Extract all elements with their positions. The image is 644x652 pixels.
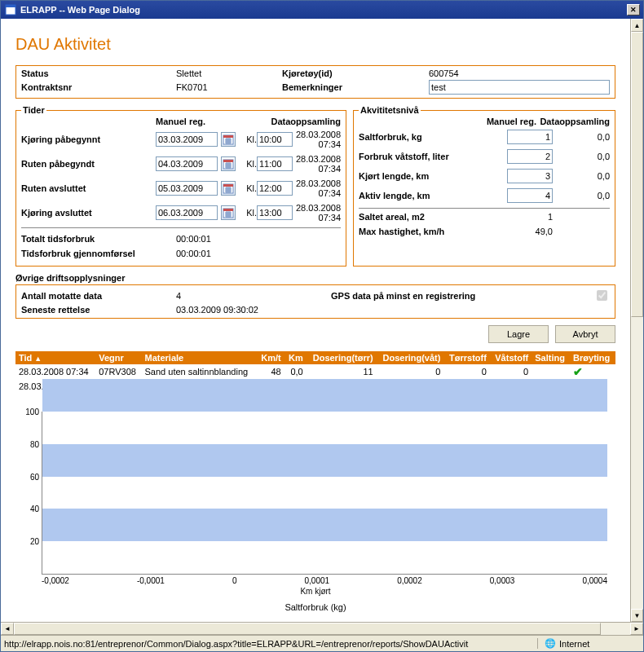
cell-kmt: 48 <box>257 364 285 379</box>
total-time-label: Totalt tidsforbruk <box>21 234 176 244</box>
cancel-button[interactable]: Avbryt <box>555 325 615 343</box>
gps-checkbox <box>597 290 607 301</box>
titlebar: ELRAPP -- Web Page Dialog ✕ <box>1 1 643 19</box>
chart-xtick: 0,0003 <box>490 576 515 585</box>
scroll-thumb[interactable] <box>631 32 643 317</box>
cell-vegnr: 07RV308 <box>95 364 141 379</box>
akv-head-manual: Manuel reg. <box>471 117 536 126</box>
kl-label: Kl. <box>239 134 257 144</box>
chart-1: Saltforbruk (l) 20406080100 -0,0002-0,00… <box>15 399 615 596</box>
table-header[interactable]: Våtstoff <box>490 351 532 364</box>
vehicle-label: Kjøretøy(id) <box>282 68 429 78</box>
status-label: Status <box>21 68 176 78</box>
chart-xtick: 0 <box>232 576 237 585</box>
tider-time-input[interactable] <box>257 132 293 147</box>
count-label: Antall motatte data <box>21 291 176 301</box>
tider-date-input[interactable] <box>156 132 218 147</box>
table-header[interactable]: Brøyting <box>570 351 615 364</box>
page-title: DAU Aktivitet <box>15 35 615 54</box>
akv-row-label: Saltforbruk, kg <box>359 132 504 142</box>
calendar-icon[interactable] <box>221 205 236 220</box>
dialog-window: ELRAPP -- Web Page Dialog ✕ DAU Aktivite… <box>0 0 644 652</box>
kl-label: Kl. <box>239 208 257 218</box>
akv-row-label: Kjørt lengde, km <box>359 171 504 181</box>
akv-row-label: Aktiv lengde, km <box>359 191 504 200</box>
hscroll-thumb[interactable] <box>14 623 601 635</box>
scroll-up-button[interactable]: ▲ <box>631 19 643 32</box>
table-row: 28.03.2008 07:34 07RV308 Sand uten salti… <box>15 364 615 379</box>
table-header[interactable]: Km <box>285 351 307 364</box>
horizontal-scrollbar[interactable]: ◄ ► <box>1 622 643 635</box>
table-header[interactable]: Dosering(tørr) <box>307 351 377 364</box>
chart-xtick: 0,0004 <box>582 576 607 585</box>
tider-time-input[interactable] <box>257 205 293 220</box>
internet-icon: 🌐 <box>545 638 556 649</box>
akv-manual-input[interactable] <box>507 188 553 203</box>
gps-label: GPS data på minst en registrering <box>331 291 585 301</box>
table-header[interactable]: Vegnr <box>95 351 141 364</box>
contract-value: FK0701 <box>176 82 282 92</box>
table-header[interactable]: Materiale <box>142 351 257 364</box>
table-header[interactable]: Dosering(våt) <box>377 351 444 364</box>
statusbar-url: http://elrapp.nois.no:81/entreprenor/Com… <box>1 639 537 649</box>
scroll-left-button[interactable]: ◄ <box>1 623 14 635</box>
cell-broyting: ✔ <box>570 364 615 379</box>
count-value: 4 <box>176 291 331 301</box>
tider-legend: Tider <box>21 105 46 115</box>
tider-date-input[interactable] <box>156 156 218 171</box>
akv-head-data: Dataoppsamling <box>536 117 610 126</box>
scroll-right-button[interactable]: ► <box>630 623 643 635</box>
calendar-icon[interactable] <box>221 156 236 171</box>
tider-row-label: Ruten påbegyndt <box>21 159 156 169</box>
statusbar: http://elrapp.nois.no:81/entreprenor/Com… <box>1 635 643 651</box>
salted-value: 1 <box>504 212 553 222</box>
chart-xtick: -0,0002 <box>42 576 69 585</box>
chart-xtick: -0,0001 <box>137 576 165 585</box>
cell-tid: 28.03.2008 07:34 <box>15 364 95 379</box>
akv-manual-input[interactable] <box>507 130 553 144</box>
akv-row-label: Forbruk våtstoff, liter <box>359 152 504 161</box>
table-header[interactable]: Tørrstoff <box>443 351 489 364</box>
close-button[interactable]: ✕ <box>627 4 640 15</box>
cell-vs: 0 <box>490 364 532 379</box>
save-button[interactable]: Lagre <box>488 325 549 343</box>
statusbar-zone: 🌐 Internet <box>537 638 643 649</box>
calendar-icon[interactable] <box>221 132 236 147</box>
akv-legend: Akvititetsnivå <box>359 105 421 115</box>
last-value: 03.03.2009 09:30:02 <box>176 305 331 315</box>
akv-auto-value: 0,0 <box>553 191 610 200</box>
total-time-value: 00:00:01 <box>176 234 211 244</box>
statusbar-zone-label: Internet <box>559 639 589 649</box>
chart-ytick: 80 <box>30 439 42 448</box>
akv-manual-input[interactable] <box>507 169 553 183</box>
svg-rect-1 <box>6 5 15 7</box>
tider-head-manual: Manuel reg. <box>156 117 257 126</box>
tider-time-input[interactable] <box>257 156 293 171</box>
svg-rect-11 <box>223 160 233 162</box>
status-box: Status Slettet Kjøretøy(id) 600754 Kontr… <box>15 65 615 99</box>
table-header[interactable]: Tid ▲ <box>15 351 95 364</box>
scroll-down-button[interactable]: ▼ <box>631 609 643 622</box>
chart-ytick: 40 <box>30 504 42 513</box>
vertical-scrollbar[interactable]: ▲ ▼ <box>630 19 643 622</box>
remarks-input[interactable] <box>429 80 610 95</box>
window-title: ELRAPP -- Web Page Dialog <box>20 5 627 15</box>
akv-auto-value: 0,0 <box>553 152 610 161</box>
calendar-icon[interactable] <box>221 181 236 196</box>
cell-salting <box>532 364 570 379</box>
cell-ts: 0 <box>443 364 489 379</box>
tider-date-input[interactable] <box>156 205 218 220</box>
cell-materiale: Sand uten saltinnblanding <box>142 364 257 379</box>
table-header[interactable]: Salting <box>532 351 570 364</box>
tider-date-input[interactable] <box>156 181 218 196</box>
chart-xtick: 0,0001 <box>305 576 330 585</box>
table-header[interactable]: Km/t <box>257 351 285 364</box>
ovrige-box: Antall motatte data 4 GPS data på minst … <box>15 284 615 319</box>
tider-head-data: Dataoppsamling <box>257 117 341 126</box>
tider-time-input[interactable] <box>257 181 293 196</box>
vehicle-value: 600754 <box>429 68 610 78</box>
akv-box: Akvititetsnivå Manuel reg. Dataoppsamlin… <box>353 105 615 267</box>
content-area: DAU Aktivitet Status Slettet Kjøretøy(id… <box>1 19 630 622</box>
contract-label: Kontraktsnr <box>21 82 176 92</box>
akv-manual-input[interactable] <box>507 149 553 164</box>
